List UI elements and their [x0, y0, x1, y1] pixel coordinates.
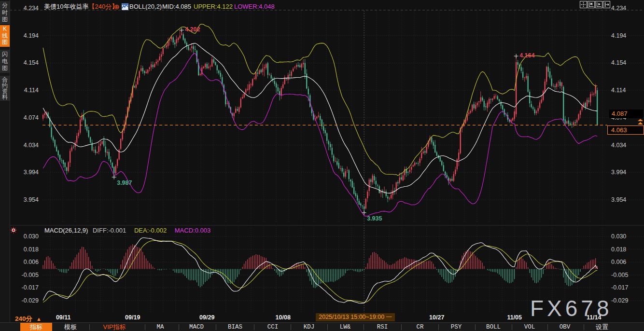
scroll-up-arrows-icon[interactable] [637, 119, 644, 125]
macd-tick-label: -0.017 [10, 284, 39, 291]
timeframe-value: 240分 [15, 315, 32, 322]
toolbar-item-RSI[interactable]: RSI [377, 323, 388, 331]
macd-diff-value: DIFF:-0.001 [93, 227, 126, 234]
macd-dea-value: DEA:-0.002 [134, 227, 167, 234]
macd-tick-label: 0.006 [611, 259, 626, 265]
toolbar-item-MACD[interactable]: MACD [189, 323, 204, 331]
macd-macd-value: MACD:0.003 [175, 227, 210, 234]
low-price-annotation: 3.935 [367, 215, 382, 222]
date-label: 09/19 [125, 314, 140, 321]
move-right-icon[interactable] [603, 1, 610, 8]
toolbar-divider [438, 324, 439, 330]
toolbar-item-LW&[interactable]: LW& [340, 323, 351, 331]
price-tick-label: 4.074 [10, 114, 39, 121]
macd-tick-label: 0.006 [10, 259, 39, 265]
price-tick-label: 4.234 [10, 5, 39, 12]
price-tick-label: 4.034 [10, 142, 39, 149]
macd-name-label: MACD(26,12,9) [44, 227, 88, 234]
price-tick-label: 4.154 [611, 59, 626, 66]
selected-bar-time-tooltip: 2025/10/13 15:00~19:00 一 [316, 313, 395, 321]
toolbar-item-模板[interactable]: 模板 [64, 323, 77, 331]
price-tick-label: 4.234 [611, 5, 626, 12]
macd-tick-label: -0.029 [10, 297, 39, 304]
macd-tick-label: 0.018 [10, 246, 39, 253]
macd-tick-label: -0.017 [611, 284, 628, 291]
sidebar-tab-3[interactable]: 闪 电 图 [0, 50, 10, 73]
toolbar-divider [179, 324, 179, 330]
price-tick-label: 4.194 [611, 32, 626, 39]
boll-upper-value: UPPER:4.122 [194, 3, 233, 11]
toolbar-divider [145, 324, 145, 330]
indicator-settings-icon[interactable] [10, 227, 17, 234]
extreme-markers [112, 28, 518, 215]
toolbar-divider [547, 324, 548, 330]
price-tick-label: 4.114 [10, 87, 39, 94]
gridlines [10, 10, 644, 313]
date-label: 09/11 [56, 314, 71, 321]
toolbar-divider [512, 324, 512, 330]
current-price-label: 4.063 [607, 125, 644, 135]
chart-terminal-window: 分 时 图K 线 图闪 电 图合 约 资 料 美债10年收益率【240分】 ⊕ … [0, 0, 644, 331]
boll-mid-value: MID:4.085 [162, 3, 191, 11]
toolbar-item-设置[interactable]: 设置 [596, 323, 608, 331]
low-price-annotation: 3.987 [117, 179, 132, 186]
last-price-label: 4.087 [609, 110, 643, 118]
price-tick-label: 3.954 [611, 196, 626, 203]
high-price-annotation: 4.164 [519, 52, 534, 59]
macd-tick-label: -0.005 [611, 272, 628, 278]
high-price-annotation: 4.202 [185, 26, 200, 33]
toolbar-divider [216, 324, 216, 330]
toolbar-divider [327, 324, 328, 330]
macd-tick-label: 0.018 [611, 246, 626, 253]
date-label: 11/05 [507, 314, 522, 321]
price-tick-label: 3.994 [10, 169, 39, 176]
toolbar-item-OBV[interactable]: OBV [560, 323, 571, 331]
toolbar-item-指标[interactable]: 指标 [20, 323, 52, 331]
toolbar-divider [291, 324, 291, 330]
toolbar-divider [254, 324, 254, 330]
toolbar-item-BOLL[interactable]: BOLL [486, 323, 501, 331]
macd-tick-label: -0.005 [10, 272, 39, 278]
toolbar-divider [401, 324, 402, 330]
pan-tool-icon[interactable] [580, 1, 587, 8]
price-tick-label: 4.034 [611, 142, 626, 149]
toolbar-item-VOL[interactable]: VOL [524, 323, 535, 331]
macd-header: MACD(26,12,9) DIFF:-0.001 DEA:-0.002 MAC… [44, 227, 210, 234]
boll-lower-value: LOWER:4.048 [234, 3, 275, 11]
macd-tick-label: 0.030 [10, 233, 39, 240]
toolbar-item-PSY[interactable]: PSY [451, 323, 462, 331]
toolbar-item-BIAS[interactable]: BIAS [228, 323, 242, 331]
toolbar-item-CCI[interactable]: CCI [267, 323, 279, 331]
symbol-name: 美债10年收益率 [44, 3, 88, 10]
axis-compress-icon[interactable] [588, 1, 595, 8]
axis-play-icon[interactable] [595, 1, 602, 8]
macd-tick-label: -0.029 [611, 297, 628, 304]
triangle-up-icon: ▲ [36, 316, 42, 322]
add-indicator-icon[interactable]: ⊕ [114, 3, 120, 11]
toolbar-item-CR[interactable]: CR [416, 323, 423, 331]
watermark: FX678 [530, 295, 613, 321]
price-tick-label: 3.954 [10, 196, 39, 203]
price-tick-label: 3.994 [611, 169, 626, 176]
toolbar-item-VIP指标[interactable]: VIP指标 [103, 323, 126, 331]
chart-type-icon[interactable] [122, 3, 128, 11]
macd-tick-label: 0.030 [611, 233, 626, 240]
toolbar-divider [475, 324, 476, 330]
price-tick-label: 4.154 [10, 59, 39, 66]
date-label: 09/29 [199, 314, 214, 321]
sidebar-tab-1[interactable]: 分 时 图 [0, 1, 10, 24]
left-tab-strip: 分 时 图K 线 图闪 电 图合 约 资 料 [0, 0, 10, 331]
toolbar-divider [584, 324, 584, 330]
toolbar-item-MA[interactable]: MA [156, 323, 164, 331]
boll-indicator-label[interactable]: BOLL(20,2) [129, 3, 162, 11]
candlestick-chart-canvas[interactable] [0, 0, 644, 331]
toolbar-divider [364, 324, 364, 330]
sidebar-tab-4[interactable]: 合 约 资 料 [0, 76, 10, 101]
indicator-toolbar: 指标模板VIP指标MAMACDBIASCCIKDJLW&RSICRPSYBOLL… [0, 322, 644, 331]
price-tick-label: 4.194 [10, 32, 39, 39]
sidebar-tab-2[interactable]: K 线 图 [0, 25, 10, 47]
date-label: 10/27 [429, 314, 444, 321]
date-label: 10/08 [276, 314, 291, 321]
toolbar-item-KDJ[interactable]: KDJ [304, 323, 315, 331]
price-tick-label: 4.114 [611, 87, 626, 94]
